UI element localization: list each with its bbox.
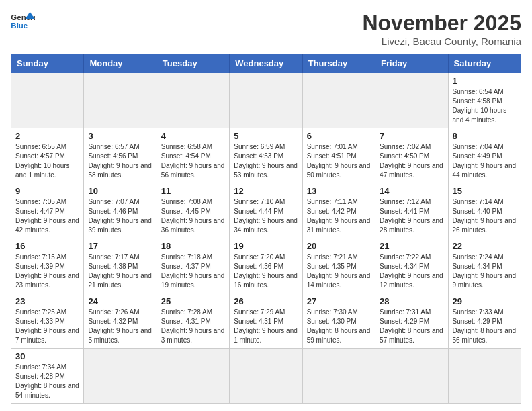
day-cell: 25Sunrise: 7:28 AM Sunset: 4:31 PM Dayli… [157, 293, 229, 349]
day-cell: 4Sunrise: 6:58 AM Sunset: 4:54 PM Daylig… [157, 128, 229, 183]
day-number: 3 [88, 131, 152, 141]
day-cell: 15Sunrise: 7:14 AM Sunset: 4:40 PM Dayli… [448, 183, 521, 238]
day-info: Sunrise: 7:18 AM Sunset: 4:37 PM Dayligh… [161, 253, 225, 290]
calendar-table: Sunday Monday Tuesday Wednesday Thursday… [11, 54, 521, 404]
day-cell: 14Sunrise: 7:12 AM Sunset: 4:41 PM Dayli… [375, 183, 448, 238]
day-info: Sunrise: 7:10 AM Sunset: 4:44 PM Dayligh… [234, 197, 298, 235]
col-tuesday: Tuesday [157, 54, 229, 73]
day-cell [11, 73, 84, 128]
day-info: Sunrise: 7:33 AM Sunset: 4:29 PM Dayligh… [453, 308, 517, 345]
day-cell: 21Sunrise: 7:22 AM Sunset: 4:34 PM Dayli… [375, 238, 448, 293]
day-cell: 3Sunrise: 6:57 AM Sunset: 4:56 PM Daylig… [84, 128, 157, 183]
day-number: 2 [15, 131, 79, 141]
day-cell: 9Sunrise: 7:05 AM Sunset: 4:47 PM Daylig… [11, 183, 84, 238]
day-info: Sunrise: 7:26 AM Sunset: 4:32 PM Dayligh… [88, 308, 152, 345]
day-cell: 20Sunrise: 7:21 AM Sunset: 4:35 PM Dayli… [302, 238, 375, 293]
day-number: 25 [161, 296, 225, 306]
header-row: Sunday Monday Tuesday Wednesday Thursday… [11, 54, 521, 73]
day-number: 23 [15, 296, 79, 306]
day-cell [84, 73, 157, 128]
day-info: Sunrise: 7:17 AM Sunset: 4:38 PM Dayligh… [88, 253, 152, 290]
day-info: Sunrise: 7:22 AM Sunset: 4:34 PM Dayligh… [380, 253, 443, 290]
day-cell [230, 73, 302, 128]
day-number: 12 [234, 186, 298, 196]
day-number: 18 [161, 241, 225, 251]
day-cell: 19Sunrise: 7:20 AM Sunset: 4:36 PM Dayli… [230, 238, 302, 293]
day-info: Sunrise: 6:55 AM Sunset: 4:57 PM Dayligh… [15, 142, 79, 180]
day-info: Sunrise: 7:02 AM Sunset: 4:50 PM Dayligh… [380, 142, 443, 180]
day-cell: 8Sunrise: 7:04 AM Sunset: 4:49 PM Daylig… [448, 128, 521, 183]
day-info: Sunrise: 6:54 AM Sunset: 4:58 PM Dayligh… [453, 87, 517, 125]
col-wednesday: Wednesday [230, 54, 302, 73]
day-info: Sunrise: 6:57 AM Sunset: 4:56 PM Dayligh… [88, 142, 152, 180]
day-cell: 26Sunrise: 7:29 AM Sunset: 4:31 PM Dayli… [230, 293, 302, 349]
col-friday: Friday [375, 54, 448, 73]
week-row-2: 2Sunrise: 6:55 AM Sunset: 4:57 PM Daylig… [11, 128, 521, 183]
header: General Blue November 2025 Livezi, Bacau… [11, 11, 521, 47]
day-number: 13 [307, 186, 371, 196]
day-info: Sunrise: 6:59 AM Sunset: 4:53 PM Dayligh… [234, 142, 298, 180]
day-info: Sunrise: 7:25 AM Sunset: 4:33 PM Dayligh… [15, 308, 79, 345]
day-cell: 12Sunrise: 7:10 AM Sunset: 4:44 PM Dayli… [230, 183, 302, 238]
day-info: Sunrise: 7:20 AM Sunset: 4:36 PM Dayligh… [234, 253, 298, 290]
day-number: 6 [307, 131, 371, 141]
day-info: Sunrise: 7:14 AM Sunset: 4:40 PM Dayligh… [453, 197, 517, 235]
day-number: 1 [453, 76, 517, 86]
day-number: 19 [234, 241, 298, 251]
logo: General Blue [11, 11, 35, 31]
day-cell: 5Sunrise: 6:59 AM Sunset: 4:53 PM Daylig… [230, 128, 302, 183]
day-number: 8 [453, 131, 517, 141]
day-info: Sunrise: 7:28 AM Sunset: 4:31 PM Dayligh… [161, 308, 225, 345]
week-row-1: 1Sunrise: 6:54 AM Sunset: 4:58 PM Daylig… [11, 73, 521, 128]
day-cell [84, 349, 157, 404]
day-info: Sunrise: 7:01 AM Sunset: 4:51 PM Dayligh… [307, 142, 371, 180]
day-cell: 11Sunrise: 7:08 AM Sunset: 4:45 PM Dayli… [157, 183, 229, 238]
day-info: Sunrise: 7:12 AM Sunset: 4:41 PM Dayligh… [380, 197, 443, 235]
day-cell [157, 349, 229, 404]
day-info: Sunrise: 7:15 AM Sunset: 4:39 PM Dayligh… [15, 253, 79, 290]
col-thursday: Thursday [302, 54, 375, 73]
day-cell: 29Sunrise: 7:33 AM Sunset: 4:29 PM Dayli… [448, 293, 521, 349]
day-number: 16 [15, 241, 79, 251]
title-area: November 2025 Livezi, Bacau County, Roma… [362, 11, 521, 47]
day-cell: 27Sunrise: 7:30 AM Sunset: 4:30 PM Dayli… [302, 293, 375, 349]
day-number: 4 [161, 131, 225, 141]
day-number: 17 [88, 241, 152, 251]
day-number: 15 [453, 186, 517, 196]
day-cell [448, 349, 521, 404]
day-number: 20 [307, 241, 371, 251]
day-info: Sunrise: 7:07 AM Sunset: 4:46 PM Dayligh… [88, 197, 152, 235]
day-info: Sunrise: 7:21 AM Sunset: 4:35 PM Dayligh… [307, 253, 371, 290]
day-number: 24 [88, 296, 152, 306]
logo-icon: General Blue [11, 11, 35, 31]
week-row-5: 23Sunrise: 7:25 AM Sunset: 4:33 PM Dayli… [11, 293, 521, 349]
day-number: 29 [453, 296, 517, 306]
day-number: 10 [88, 186, 152, 196]
day-info: Sunrise: 6:58 AM Sunset: 4:54 PM Dayligh… [161, 142, 225, 180]
day-cell [375, 349, 448, 404]
day-number: 11 [161, 186, 225, 196]
day-cell: 2Sunrise: 6:55 AM Sunset: 4:57 PM Daylig… [11, 128, 84, 183]
day-cell [302, 349, 375, 404]
day-cell [230, 349, 302, 404]
day-info: Sunrise: 7:08 AM Sunset: 4:45 PM Dayligh… [161, 197, 225, 235]
day-info: Sunrise: 7:29 AM Sunset: 4:31 PM Dayligh… [234, 308, 298, 345]
day-number: 7 [380, 131, 443, 141]
col-sunday: Sunday [11, 54, 84, 73]
day-info: Sunrise: 7:11 AM Sunset: 4:42 PM Dayligh… [307, 197, 371, 235]
day-cell [302, 73, 375, 128]
svg-text:Blue: Blue [11, 21, 28, 30]
day-info: Sunrise: 7:30 AM Sunset: 4:30 PM Dayligh… [307, 308, 371, 345]
calendar-subtitle: Livezi, Bacau County, Romania [362, 36, 521, 47]
week-row-4: 16Sunrise: 7:15 AM Sunset: 4:39 PM Dayli… [11, 238, 521, 293]
day-cell: 1Sunrise: 6:54 AM Sunset: 4:58 PM Daylig… [448, 73, 521, 128]
col-monday: Monday [84, 54, 157, 73]
day-info: Sunrise: 7:34 AM Sunset: 4:28 PM Dayligh… [15, 363, 79, 400]
day-number: 14 [380, 186, 443, 196]
day-cell: 6Sunrise: 7:01 AM Sunset: 4:51 PM Daylig… [302, 128, 375, 183]
day-cell: 22Sunrise: 7:24 AM Sunset: 4:34 PM Dayli… [448, 238, 521, 293]
calendar-title: November 2025 [362, 11, 521, 36]
week-row-3: 9Sunrise: 7:05 AM Sunset: 4:47 PM Daylig… [11, 183, 521, 238]
day-info: Sunrise: 7:24 AM Sunset: 4:34 PM Dayligh… [453, 253, 517, 290]
day-cell: 13Sunrise: 7:11 AM Sunset: 4:42 PM Dayli… [302, 183, 375, 238]
